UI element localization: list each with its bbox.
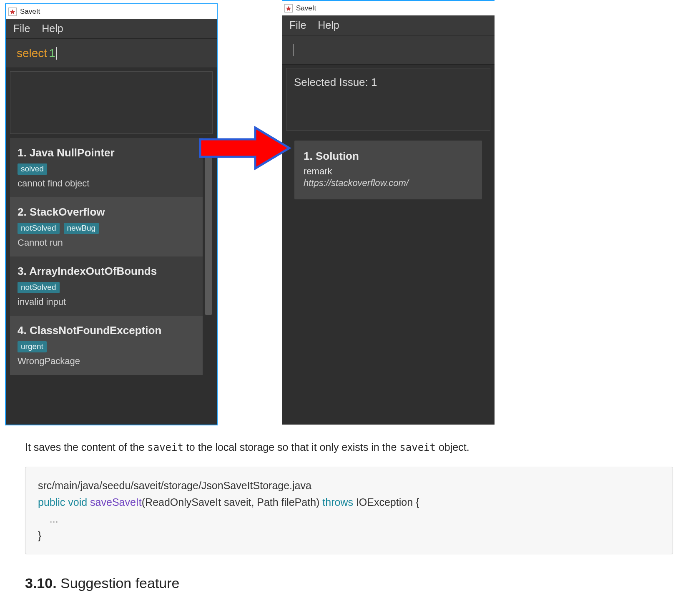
tag-row: notSolved <box>18 282 195 293</box>
code-text: IOException { <box>353 496 419 508</box>
status-badge: newBug <box>64 223 99 234</box>
status-box: Selected Issue: 1 <box>286 68 490 131</box>
menu-file[interactable]: File <box>289 19 306 31</box>
issue-list-viewport: 1. Java NullPointer solved cannot find o… <box>10 138 203 420</box>
inline-code: saveit <box>147 442 183 453</box>
code-line: ... <box>38 510 660 527</box>
text: to the local storage so that it only exi… <box>186 441 399 453</box>
window-after: SaveIt File Help Selected Issue: 1 1. So… <box>282 0 495 425</box>
issue-desc: invalid input <box>18 297 195 307</box>
command-keyword: select <box>17 47 47 60</box>
code-keyword: public void <box>38 496 90 508</box>
tag-row: notSolved newBug <box>18 223 195 234</box>
status-badge: notSolved <box>18 282 60 293</box>
issue-desc: Cannot run <box>18 237 195 248</box>
code-keyword: throws <box>322 496 353 508</box>
app-icon <box>284 4 293 13</box>
app-title: SaveIt <box>20 8 40 16</box>
app-icon <box>8 8 17 16</box>
code-text: (ReadOnlySaveIt saveit, Path filePath) <box>142 496 323 508</box>
solution-card[interactable]: 1. Solution remark https://stackoverflow… <box>294 141 482 199</box>
text-caret-icon <box>294 44 294 56</box>
solution-title: 1. Solution <box>304 150 473 163</box>
menubar: File Help <box>6 19 217 39</box>
text: It saves the content of the <box>25 441 147 453</box>
solution-link: https://stackoverflow.com/ <box>304 178 473 189</box>
section-title: Suggestion feature <box>57 575 180 591</box>
menu-file[interactable]: File <box>13 23 30 35</box>
scrollbar[interactable] <box>204 138 213 420</box>
doc-snippet: It saves the content of the saveit to th… <box>0 430 698 610</box>
tag-row: urgent <box>18 341 195 352</box>
code-line: } <box>38 527 660 544</box>
list-item[interactable]: 4. ClassNotFoundException urgent WrongPa… <box>10 316 203 375</box>
code-block: src/main/java/seedu/saveit/storage/JsonS… <box>25 467 673 554</box>
issue-title: 4. ClassNotFoundException <box>18 324 195 337</box>
text: object. <box>439 441 470 453</box>
status-badge: notSolved <box>18 223 60 234</box>
code-line: public void saveSaveIt(ReadOnlySaveIt sa… <box>38 494 660 510</box>
issue-title: 3. ArrayIndexOutOfBounds <box>18 265 195 278</box>
text-caret-icon <box>56 47 57 60</box>
app-title: SaveIt <box>296 4 316 13</box>
issue-title: 1. Java NullPointer <box>18 146 195 159</box>
doc-paragraph: It saves the content of the saveit to th… <box>25 440 673 455</box>
solution-area: 1. Solution remark https://stackoverflow… <box>286 135 490 420</box>
menu-help[interactable]: Help <box>42 23 63 35</box>
titlebar[interactable]: SaveIt <box>6 4 217 19</box>
issue-desc: WrongPackage <box>18 356 195 367</box>
solution-remark: remark <box>304 166 473 177</box>
code-line: src/main/java/seedu/saveit/storage/JsonS… <box>38 477 660 494</box>
tag-row: solved <box>18 163 195 175</box>
scrollbar-thumb[interactable] <box>205 140 212 315</box>
status-badge: urgent <box>18 341 47 352</box>
issue-list: 1. Java NullPointer solved cannot find o… <box>10 138 213 420</box>
command-argument: 1 <box>49 47 55 60</box>
menubar: File Help <box>282 15 495 35</box>
command-input[interactable]: select 1 <box>6 39 217 68</box>
menu-help[interactable]: Help <box>318 19 339 31</box>
section-heading: 3.10. Suggestion feature <box>25 575 673 591</box>
status-badge: solved <box>18 163 47 175</box>
list-item[interactable]: 3. ArrayIndexOutOfBounds notSolved inval… <box>10 256 203 316</box>
list-item[interactable]: 2. StackOverflow notSolved newBug Cannot… <box>10 197 203 256</box>
window-before: SaveIt File Help select 1 1. Java NullPo… <box>5 3 218 425</box>
titlebar[interactable]: SaveIt <box>282 1 495 15</box>
status-box <box>10 71 213 134</box>
code-ident: saveSaveIt <box>90 496 142 508</box>
list-item[interactable]: 1. Java NullPointer solved cannot find o… <box>10 138 203 197</box>
issue-desc: cannot find object <box>18 178 195 189</box>
inline-code: saveit <box>399 442 436 453</box>
command-input[interactable] <box>282 35 495 65</box>
issue-title: 2. StackOverflow <box>18 206 195 219</box>
section-number: 3.10. <box>25 575 57 591</box>
